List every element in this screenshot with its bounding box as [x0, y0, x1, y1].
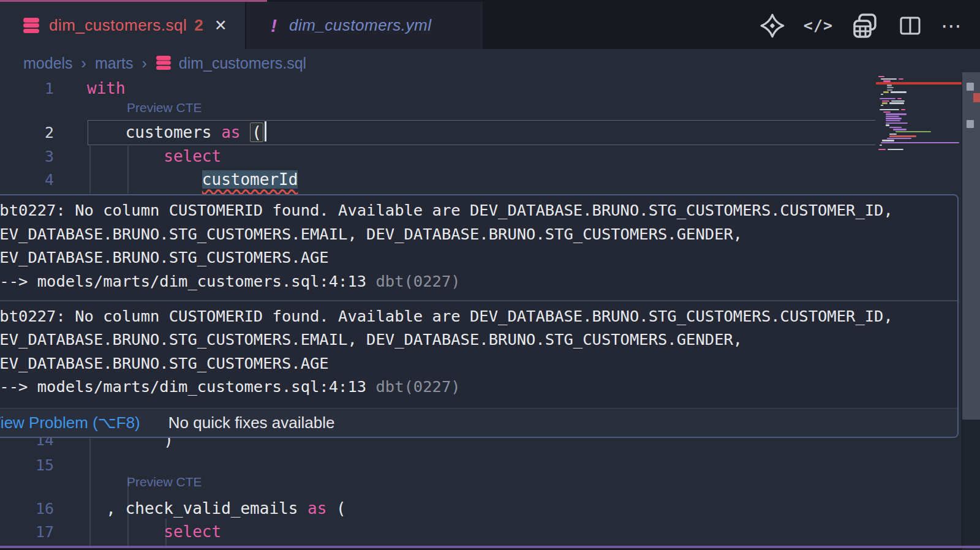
dbt-logo-icon[interactable]: [760, 13, 785, 39]
chevron-right-icon: ›: [141, 55, 146, 72]
tab-dim-customers-sql[interactable]: dim_customers.sql 2 ✕: [0, 2, 245, 49]
tab-label: dim_customers.yml: [289, 16, 431, 35]
problem-message: dbt0227: No column CUSTOMERID found. Ava…: [0, 301, 957, 405]
problem-source-code: dbt(0227): [366, 272, 461, 290]
compiled-code-icon[interactable]: </>: [804, 17, 833, 34]
query-results-icon[interactable]: [851, 12, 880, 40]
text-cursor: [265, 121, 266, 141]
line-number: 3: [0, 145, 54, 168]
problem-location-line: --> models/marts/dim_customers.sql:4:13 …: [0, 269, 957, 293]
error-token-customerid: customerId: [202, 170, 298, 189]
preview-cte-code-lens[interactable]: Preview CTE: [127, 475, 202, 489]
no-quick-fixes-label: No quick fixes available: [168, 413, 335, 432]
code-line[interactable]: , check_valid_emails as (: [87, 497, 346, 521]
ruler-marker: [973, 93, 980, 102]
more-actions-icon[interactable]: ⋯: [941, 13, 963, 38]
split-editor-icon[interactable]: [898, 13, 922, 38]
problem-source-code: dbt(0227): [366, 377, 461, 396]
problem-message: dbt0227: No column CUSTOMERID found. Ava…: [0, 195, 957, 299]
tab-dim-customers-yml[interactable]: ! dim_customers.yml: [246, 2, 483, 49]
editor-window: dim_customers.sql 2 ✕ ! dim_customers.ym…: [0, 0, 980, 550]
problem-message-line: DEV_DATABASE.BRUNO.STG_CUSTOMERS.EMAIL, …: [0, 222, 957, 246]
database-icon: [23, 18, 39, 34]
problem-location-line: --> models/marts/dim_customers.sql:4:13 …: [0, 375, 957, 399]
problem-message-line: DEV_DATABASE.BRUNO.STG_CUSTOMERS.AGE: [0, 352, 957, 375]
view-problem-link[interactable]: View Problem (⌥F8): [0, 413, 140, 432]
code-line[interactable]: select: [87, 520, 221, 544]
breadcrumb: models › marts › dim_customers.sql: [0, 49, 980, 77]
problem-hover-popup: dbt0227: No column CUSTOMERID found. Ava…: [0, 194, 959, 438]
popup-footer: View Problem (⌥F8) No quick fixes availa…: [0, 408, 957, 437]
problem-message-line: DEV_DATABASE.BRUNO.STG_CUSTOMERS.AGE: [0, 246, 957, 269]
breadcrumb-item-marts[interactable]: marts: [95, 55, 134, 72]
scrollbar[interactable]: [962, 0, 980, 550]
preview-cte-code-lens[interactable]: Preview CTE: [127, 100, 202, 115]
code-line[interactable]: customerId: [87, 168, 298, 192]
code-line[interactable]: select: [87, 145, 221, 168]
active-tab-accent: [0, 0, 267, 2]
code-line[interactable]: customers as (: [87, 121, 266, 145]
tab-modified-count-badge: 2: [194, 16, 203, 35]
chevron-right-icon: ›: [81, 55, 86, 72]
code-line[interactable]: with: [87, 77, 126, 100]
ruler-marker: [967, 120, 974, 128]
line-number: 4: [0, 168, 54, 192]
error-exclamation-icon: !: [271, 15, 277, 36]
window-bottom-accent: [0, 546, 980, 548]
line-number: 2: [0, 121, 54, 145]
problem-message-line: dbt0227: No column CUSTOMERID found. Ava…: [0, 198, 957, 222]
editor-actions: </> ⋯: [760, 2, 963, 49]
line-number: 15: [0, 453, 54, 477]
popup-messages: dbt0227: No column CUSTOMERID found. Ava…: [0, 195, 957, 405]
problem-message-line: dbt0227: No column CUSTOMERID found. Ava…: [0, 304, 957, 328]
breadcrumb-item-models[interactable]: models: [23, 55, 73, 72]
problem-message-line: DEV_DATABASE.BRUNO.STG_CUSTOMERS.EMAIL, …: [0, 328, 957, 352]
tab-label: dim_customers.sql: [49, 16, 187, 35]
close-icon[interactable]: ✕: [214, 17, 227, 34]
line-number: 1: [0, 77, 54, 100]
tab-bar: dim_customers.sql 2 ✕ ! dim_customers.ym…: [0, 0, 980, 49]
line-number: 17: [0, 520, 54, 544]
breadcrumb-item-file[interactable]: dim_customers.sql: [179, 55, 306, 72]
minimap[interactable]: [877, 75, 960, 154]
database-icon: [156, 56, 171, 70]
line-number: 16: [0, 497, 54, 521]
ruler-marker: [967, 83, 974, 91]
